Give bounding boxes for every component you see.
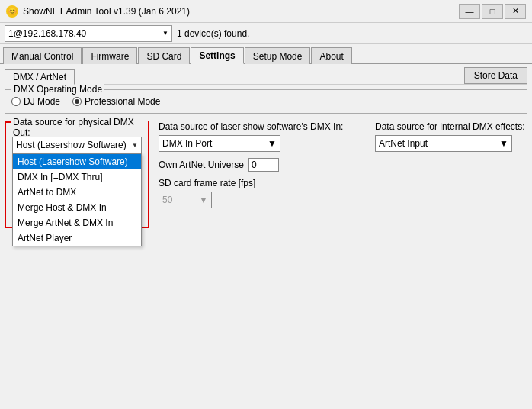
sd-card-label: SD card frame rate [fps] — [159, 178, 366, 188]
dropdown-item-artnet-player[interactable]: ArtNet Player — [13, 230, 141, 246]
tab-sd-card[interactable]: SD Card — [138, 47, 190, 64]
app-title: ShowNET Admin Tool v1.39 (Jan 6 2021) — [23, 6, 459, 17]
dropdown-item-dmx-in[interactable]: DMX In [=DMX Thru] — [13, 169, 141, 185]
dropdown-item-merge-host[interactable]: Merge Host & DMX In — [13, 200, 141, 215]
device-found-label: 1 device(s) found. — [177, 28, 249, 39]
sd-card-fps-arrow: ▼ — [199, 195, 208, 205]
data-source-internal-selected: ArtNet Input — [379, 138, 428, 149]
data-source-internal-section: Data source for internal DMX effects: Ar… — [375, 121, 527, 228]
data-source-internal-title: Data source for internal DMX effects: — [375, 121, 527, 132]
minimize-button[interactable]: — — [459, 4, 480, 19]
address-dropdown[interactable]: 1@192.168.178.40 ▼ — [5, 25, 172, 42]
tab-manual-control[interactable]: Manual Control — [3, 47, 82, 64]
dropdown-item-host[interactable]: Host (Lasershow Software) — [13, 154, 141, 169]
app-icon: 😊 — [6, 5, 18, 18]
top-row: DMX / ArtNet Store Data — [5, 67, 527, 85]
sd-card-fps-value: 50 — [162, 195, 172, 205]
main-content: DMX / ArtNet Store Data DMX Operating Mo… — [0, 64, 532, 409]
data-source-laser-section: Data source of laser show software's DMX… — [159, 121, 366, 228]
tab-firmware[interactable]: Firmware — [82, 47, 137, 64]
dmx-operating-mode-group: DMX Operating Mode DJ Mode Professional … — [5, 89, 527, 114]
professional-mode-radio-circle — [72, 97, 82, 106]
own-artnet-row: Own ArtNet Universe — [159, 158, 366, 172]
subtab-dmx-artnet[interactable]: DMX / ArtNet — [5, 69, 75, 85]
store-data-button[interactable]: Store Data — [464, 67, 527, 84]
tabbar: Manual Control Firmware SD Card Settings… — [0, 44, 532, 64]
address-value: 1@192.168.178.40 — [8, 28, 86, 39]
data-source-laser-dropdown[interactable]: DMX In Port ▼ — [159, 135, 280, 152]
dropdown-item-artnet-dmx[interactable]: ArtNet to DMX — [13, 185, 141, 200]
tab-about[interactable]: About — [311, 47, 351, 64]
data-source-dmx-arrow: ▼ — [132, 142, 138, 149]
data-source-laser-arrow: ▼ — [268, 138, 277, 149]
data-source-dmx-title: Data source for physical DMX Out: — [11, 117, 148, 138]
titlebar: 😊 ShowNET Admin Tool v1.39 (Jan 6 2021) … — [0, 0, 532, 23]
tab-setup-mode[interactable]: Setup Mode — [245, 47, 311, 64]
radio-row: DJ Mode Professional Mode — [11, 96, 521, 107]
data-source-laser-selected: DMX In Port — [162, 138, 212, 149]
data-source-dmx-group: Data source for physical DMX Out: Host (… — [5, 121, 149, 228]
data-source-dmx-selected: Host (Lasershow Software) — [16, 140, 127, 150]
tab-settings[interactable]: Settings — [191, 47, 243, 64]
sd-card-fps-dropdown[interactable]: 50 ▼ — [159, 192, 212, 208]
data-source-laser-title: Data source of laser show software's DMX… — [159, 121, 366, 132]
address-dropdown-arrow: ▼ — [162, 30, 168, 37]
content-area: Data source for physical DMX Out: Host (… — [5, 121, 527, 228]
maximize-button[interactable]: □ — [482, 4, 503, 19]
data-source-dmx-list[interactable]: Host (Lasershow Software) DMX In [=DMX T… — [12, 153, 142, 246]
dj-mode-label: DJ Mode — [24, 96, 60, 107]
dj-mode-radio-circle — [11, 97, 21, 106]
dropdown-item-merge-artnet[interactable]: Merge ArtNet & DMX In — [13, 215, 141, 230]
own-artnet-label: Own ArtNet Universe — [159, 159, 244, 170]
data-source-dmx-dropdown[interactable]: Host (Lasershow Software) ▼ — [12, 137, 142, 153]
professional-mode-radio[interactable]: Professional Mode — [72, 96, 160, 107]
own-artnet-input[interactable] — [248, 158, 279, 172]
close-button[interactable]: ✕ — [505, 4, 526, 19]
professional-mode-label: Professional Mode — [85, 96, 160, 107]
dmx-operating-mode-title: DMX Operating Mode — [11, 84, 104, 95]
data-source-internal-dropdown[interactable]: ArtNet Input ▼ — [375, 135, 512, 152]
window-controls: — □ ✕ — [459, 4, 526, 19]
dj-mode-radio[interactable]: DJ Mode — [11, 96, 60, 107]
addressbar: 1@192.168.178.40 ▼ 1 device(s) found. — [0, 23, 532, 44]
data-source-internal-arrow: ▼ — [499, 138, 508, 149]
